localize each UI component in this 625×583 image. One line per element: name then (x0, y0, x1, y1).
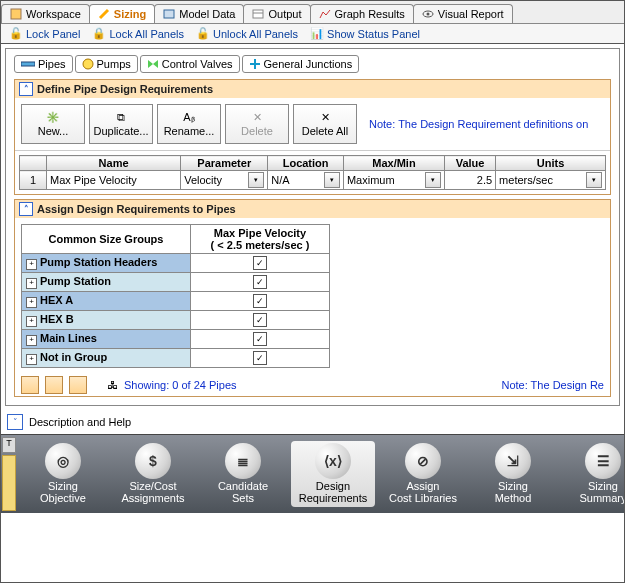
rename-icon: Aᵦ (183, 111, 194, 124)
cell-parameter[interactable]: Velocity▾ (181, 171, 268, 190)
duplicate-button[interactable]: ⧉Duplicate... (89, 104, 153, 144)
lock-panel-link[interactable]: 🔓Lock Panel (7, 26, 82, 41)
tab-output[interactable]: Output (243, 4, 310, 23)
nav-size-cost-assignments[interactable]: $Size/Cost Assignments (111, 441, 195, 506)
subtab-pipes[interactable]: Pipes (14, 55, 73, 73)
nav-candidate-sets[interactable]: ≣Candidate Sets (201, 441, 285, 506)
rail-top-icon[interactable]: T (2, 437, 16, 453)
output-icon (252, 8, 264, 20)
group-row[interactable]: +Not in Group✓ (22, 349, 330, 368)
grid-row[interactable]: 1 Max Pipe Velocity Velocity▾ N/A▾ Maxim… (20, 171, 606, 190)
tab-visual-report[interactable]: Visual Report (413, 4, 513, 23)
chevron-down-icon[interactable]: ▾ (324, 172, 340, 188)
group-row[interactable]: +HEX A✓ (22, 292, 330, 311)
cost-icon: $ (135, 443, 171, 479)
checkbox[interactable]: ✓ (253, 294, 267, 308)
target-icon: ◎ (45, 443, 81, 479)
expand-icon[interactable]: + (26, 297, 37, 308)
nav-label: Sizing Summary (579, 481, 624, 504)
tab-sizing[interactable]: Sizing (89, 4, 155, 23)
col-value[interactable]: Value (444, 156, 495, 171)
checkbox[interactable]: ✓ (253, 256, 267, 270)
group-row[interactable]: +Pump Station Headers✓ (22, 254, 330, 273)
define-note: Note: The Design Requirement definitions… (369, 118, 588, 130)
expand-icon[interactable]: + (26, 259, 37, 270)
col-parameter[interactable]: Parameter (181, 156, 268, 171)
section-title: Define Pipe Design Requirements (37, 83, 213, 95)
checkbox[interactable]: ✓ (253, 275, 267, 289)
showing-text: Showing: 0 of 24 Pipes (124, 379, 237, 391)
col-groups[interactable]: Common Size Groups (22, 225, 191, 254)
rename-button[interactable]: AᵦRename... (157, 104, 221, 144)
new-button[interactable]: ✳️New... (21, 104, 85, 144)
rail-side-icon[interactable] (2, 455, 16, 511)
expand-icon[interactable]: + (26, 316, 37, 327)
view-mode-icon-1[interactable] (21, 376, 39, 394)
tab-label: Model Data (179, 8, 235, 20)
nav-sizing-summary[interactable]: ☰Sizing Summary (561, 441, 624, 506)
view-mode-icon-3[interactable] (69, 376, 87, 394)
cell-name[interactable]: Max Pipe Velocity (47, 171, 181, 190)
list-icon: ≣ (225, 443, 261, 479)
subtab-general-junctions[interactable]: General Junctions (242, 55, 360, 73)
nav-sizing-method[interactable]: ⇲Sizing Method (471, 441, 555, 506)
chevron-down-icon[interactable]: ▾ (425, 172, 441, 188)
chevron-down-icon[interactable]: ▾ (248, 172, 264, 188)
tab-graph-results[interactable]: Graph Results (310, 4, 414, 23)
unlock-all-panels-link[interactable]: 🔓Unlock All Panels (194, 26, 300, 41)
btn-label: Delete All (302, 125, 348, 137)
collapse-toggle[interactable]: ˄ (19, 82, 33, 96)
cell-value[interactable]: 2.5 (444, 171, 495, 190)
pump-icon (82, 58, 94, 70)
dd-value: meters/sec (499, 174, 553, 186)
checkbox[interactable]: ✓ (253, 351, 267, 365)
tab-label: Workspace (26, 8, 81, 20)
filter-icon[interactable]: 🖧 (107, 379, 118, 391)
col-units[interactable]: Units (496, 156, 606, 171)
btn-label: New... (38, 125, 69, 137)
nav-design-requirements[interactable]: ⟨x⟩Design Requirements (291, 441, 375, 506)
library-icon: ⊘ (405, 443, 441, 479)
checkbox[interactable]: ✓ (253, 313, 267, 327)
collapse-toggle[interactable]: ˄ (19, 202, 33, 216)
expand-icon[interactable]: + (26, 354, 37, 365)
subtab-control-valves[interactable]: Control Valves (140, 55, 240, 73)
col-index[interactable] (20, 156, 47, 171)
col-location[interactable]: Location (268, 156, 344, 171)
checkbox[interactable]: ✓ (253, 332, 267, 346)
subtab-pumps[interactable]: Pumps (75, 55, 138, 73)
nav-sizing-objective[interactable]: ◎Sizing Objective (21, 441, 105, 506)
col-maxmin[interactable]: Max/Min (343, 156, 444, 171)
delete-all-button[interactable]: ✕Delete All (293, 104, 357, 144)
link-label: Unlock All Panels (213, 28, 298, 40)
cell-maxmin[interactable]: Maximum▾ (343, 171, 444, 190)
new-icon: ✳️ (46, 111, 60, 124)
svg-marker-10 (153, 60, 158, 68)
unlock-icon: 🔓 (196, 27, 210, 40)
link-label: Show Status Panel (327, 28, 420, 40)
tab-label: Output (268, 8, 301, 20)
dd-value: Maximum (347, 174, 395, 186)
lock-all-panels-link[interactable]: 🔒Lock All Panels (90, 26, 186, 41)
svg-point-6 (426, 13, 429, 16)
expand-icon[interactable]: + (26, 278, 37, 289)
group-name: Not in Group (40, 351, 107, 363)
nav-assign-cost-libraries[interactable]: ⊘Assign Cost Libraries (381, 441, 465, 506)
requirements-grid: Name Parameter Location Max/Min Value Un… (19, 155, 606, 190)
group-row[interactable]: +Pump Station✓ (22, 273, 330, 292)
col-name[interactable]: Name (47, 156, 181, 171)
tab-model-data[interactable]: Model Data (154, 4, 244, 23)
cell-location[interactable]: N/A▾ (268, 171, 344, 190)
cell-units[interactable]: meters/sec▾ (496, 171, 606, 190)
delete-button[interactable]: ✕Delete (225, 104, 289, 144)
expand-toggle[interactable]: ˅ (7, 414, 23, 430)
chevron-down-icon[interactable]: ▾ (586, 172, 602, 188)
group-row[interactable]: +HEX B✓ (22, 311, 330, 330)
view-mode-icon-2[interactable] (45, 376, 63, 394)
expand-icon[interactable]: + (26, 335, 37, 346)
group-row[interactable]: +Main Lines✓ (22, 330, 330, 349)
tab-workspace[interactable]: Workspace (1, 4, 90, 23)
show-status-panel-link[interactable]: 📊Show Status Panel (308, 26, 422, 41)
col-requirement[interactable]: Max Pipe Velocity ( < 2.5 meters/sec ) (191, 225, 330, 254)
graph-icon (319, 8, 331, 20)
